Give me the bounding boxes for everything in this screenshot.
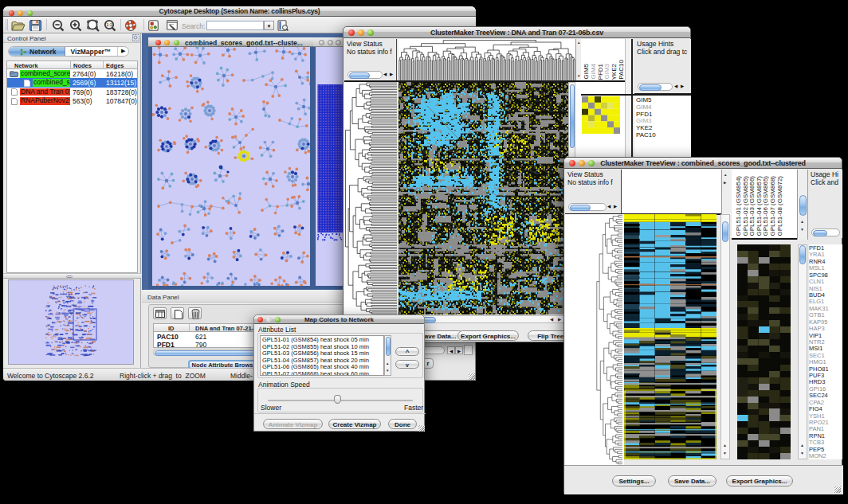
svg-text:1:1: 1:1	[106, 22, 112, 27]
